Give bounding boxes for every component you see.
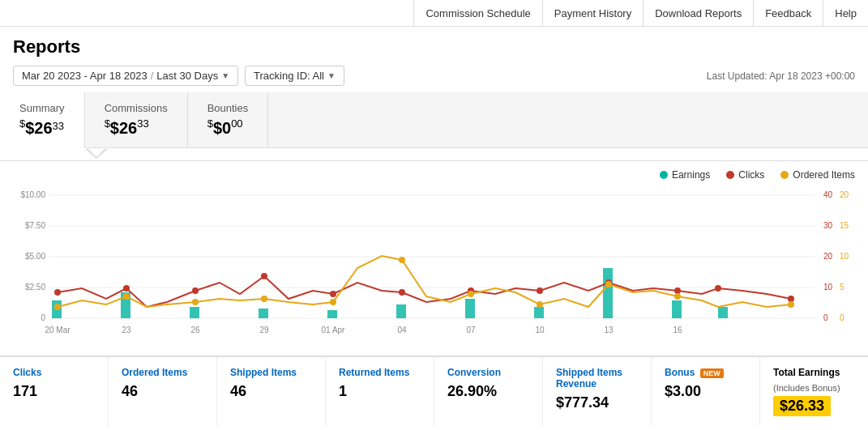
chevron-down-icon: ▼ [221, 71, 229, 80]
tab-commissions[interactable]: Commissions $$2633 [85, 92, 188, 147]
tab-summary-value: $$2633 [19, 117, 65, 138]
stat-shipped-revenue-value: $777.34 [556, 394, 638, 411]
svg-text:5: 5 [840, 283, 844, 292]
stat-ordered-items-value: 46 [122, 383, 203, 400]
page-title: Reports [0, 27, 868, 62]
svg-text:0: 0 [840, 313, 844, 322]
summary-tabs: Summary $$2633 Commissions $$2633 Bounti… [0, 92, 868, 148]
stat-returned-items-value: 1 [339, 383, 421, 400]
clicks-dot [726, 171, 734, 179]
tab-commissions-value: $$2633 [105, 117, 168, 138]
svg-point-63 [788, 301, 794, 308]
date-range-filter[interactable]: Mar 20 2023 - Apr 18 2023 / Last 30 Days… [13, 66, 238, 86]
svg-text:10: 10 [840, 252, 849, 261]
earnings-dot [660, 171, 668, 179]
stat-clicks-label: Clicks [13, 367, 95, 378]
svg-point-58 [399, 257, 405, 263]
svg-point-62 [674, 293, 681, 300]
svg-rect-35 [396, 304, 406, 318]
stat-clicks-value: 171 [13, 383, 95, 400]
svg-text:26: 26 [190, 326, 200, 334]
svg-text:$5.00: $5.00 [25, 252, 45, 261]
svg-point-41 [54, 289, 61, 296]
svg-point-55 [192, 299, 199, 305]
svg-text:0: 0 [41, 313, 45, 322]
legend-ordered-items: Ordered Items [780, 169, 855, 181]
tab-bounties-label: Bounties [207, 102, 249, 114]
svg-text:20: 20 [823, 252, 833, 261]
svg-rect-36 [465, 299, 475, 318]
stat-bonus: Bonus NEW $3.00 [652, 357, 760, 426]
tracking-label: Tracking ID: All [254, 70, 324, 82]
stat-ordered-items: Ordered Items 46 [109, 357, 217, 426]
stat-total-earnings-label: Total Earnings [773, 367, 855, 378]
nav-help[interactable]: Help [823, 0, 868, 26]
svg-text:29: 29 [259, 326, 269, 334]
svg-text:04: 04 [397, 326, 407, 334]
svg-text:$10.00: $10.00 [20, 190, 45, 199]
svg-point-56 [261, 296, 267, 302]
svg-point-42 [123, 285, 130, 292]
legend-earnings: Earnings [660, 169, 710, 181]
svg-point-61 [605, 281, 612, 287]
tab-commissions-label: Commissions [105, 102, 168, 114]
svg-text:$7.50: $7.50 [25, 221, 45, 230]
svg-point-50 [674, 287, 681, 294]
svg-rect-33 [259, 309, 268, 318]
svg-text:07: 07 [466, 326, 476, 334]
tab-summary[interactable]: Summary $$2633 [0, 92, 85, 148]
svg-text:40: 40 [823, 190, 833, 199]
chart-container: Earnings Clicks Ordered Items $10.00 $7.… [0, 161, 868, 355]
svg-text:01 Apr: 01 Apr [322, 326, 346, 334]
nav-payment-history[interactable]: Payment History [542, 0, 643, 26]
svg-point-52 [788, 296, 794, 302]
svg-rect-39 [672, 300, 682, 318]
svg-text:0: 0 [823, 313, 828, 322]
filter-left: Mar 20 2023 - Apr 18 2023 / Last 30 Days… [13, 66, 344, 86]
svg-text:15: 15 [840, 221, 849, 230]
stat-conversion-label: Conversion [447, 367, 529, 378]
filter-separator: / [151, 70, 154, 82]
chart-legend: Earnings Clicks Ordered Items [13, 169, 855, 181]
svg-point-53 [54, 304, 61, 310]
svg-point-51 [715, 285, 721, 292]
stat-bonus-value: $3.00 [665, 383, 746, 400]
stat-ordered-items-label: Ordered Items [122, 367, 203, 378]
tab-bounties[interactable]: Bounties $$000 [188, 92, 269, 147]
chevron-down-icon: ▼ [327, 71, 336, 80]
tracking-id-filter[interactable]: Tracking ID: All ▼ [245, 66, 344, 86]
svg-text:30: 30 [823, 221, 833, 230]
stat-clicks: Clicks 171 [0, 357, 109, 426]
svg-rect-38 [603, 268, 613, 318]
svg-text:20: 20 [840, 190, 849, 199]
svg-point-46 [399, 289, 405, 296]
clicks-label: Clicks [738, 169, 764, 181]
ordered-items-dot [780, 171, 789, 179]
legend-clicks: Clicks [726, 169, 764, 181]
period-label: Last 30 Days [156, 70, 218, 82]
svg-text:10: 10 [823, 283, 833, 292]
stat-bonus-label: Bonus NEW [665, 367, 746, 378]
svg-rect-32 [190, 307, 199, 318]
stat-shipped-revenue-label: Shipped Items Revenue [556, 367, 638, 390]
tab-bounties-value: $$000 [207, 117, 249, 138]
line-chart: $10.00 $7.50 $5.00 $2.50 0 40 30 20 10 0… [13, 187, 855, 345]
svg-text:20 Mar: 20 Mar [45, 326, 71, 334]
stat-total-earnings-value: $26.33 [773, 396, 831, 416]
nav-feedback[interactable]: Feedback [753, 0, 823, 26]
new-badge: NEW [700, 368, 724, 378]
svg-point-44 [261, 273, 267, 279]
stat-shipped-revenue: Shipped Items Revenue $777.34 [543, 357, 652, 426]
nav-commission-schedule[interactable]: Commission Schedule [413, 0, 541, 26]
top-navigation: Commission Schedule Payment History Down… [0, 0, 868, 27]
svg-rect-40 [718, 307, 728, 318]
chart-area: $10.00 $7.50 $5.00 $2.50 0 40 30 20 10 0… [13, 187, 855, 347]
nav-download-reports[interactable]: Download Reports [643, 0, 753, 26]
stat-shipped-items: Shipped Items 46 [217, 357, 326, 426]
stats-table: Clicks 171 Ordered Items 46 Shipped Item… [0, 355, 868, 426]
ordered-items-label: Ordered Items [793, 169, 855, 181]
filter-bar: Mar 20 2023 - Apr 18 2023 / Last 30 Days… [0, 62, 868, 92]
earnings-label: Earnings [672, 169, 710, 181]
last-updated-label: Last Updated: Apr 18 2023 +00:00 [707, 70, 855, 82]
svg-point-60 [537, 301, 543, 308]
